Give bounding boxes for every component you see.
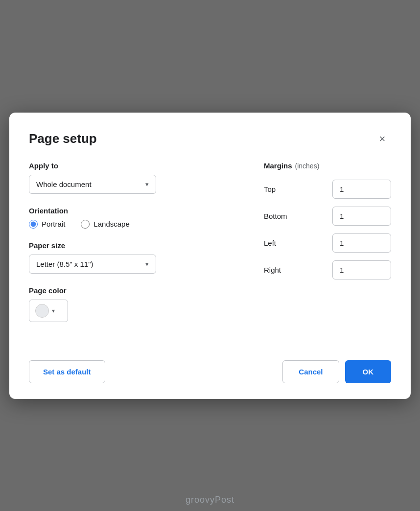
right-margin-label: Right xyxy=(264,266,293,274)
paper-size-dropdown[interactable]: Letter (8.5" x 11") ▾ xyxy=(29,255,156,274)
watermark: groovyPost xyxy=(186,495,234,505)
bottom-margin-row: Bottom xyxy=(264,207,391,226)
cancel-button[interactable]: Cancel xyxy=(282,360,339,383)
apply-to-label: Apply to xyxy=(29,162,240,170)
landscape-label: Landscape xyxy=(93,220,129,228)
page-color-label: Page color xyxy=(29,286,240,295)
top-margin-input[interactable] xyxy=(332,180,391,199)
dialog-footer: Set as default Cancel OK xyxy=(29,352,391,383)
right-column: Margins (inches) Top Bottom Left Right xyxy=(264,162,391,335)
set-as-default-button[interactable]: Set as default xyxy=(29,360,105,383)
apply-to-value: Whole document xyxy=(36,180,92,188)
orientation-row: Portrait Landscape xyxy=(29,220,240,229)
top-margin-row: Top xyxy=(264,180,391,199)
footer-left: Set as default xyxy=(29,360,282,383)
left-margin-label: Left xyxy=(264,239,293,247)
dialog-body: Apply to Whole document ▾ Orientation Po… xyxy=(29,162,391,335)
portrait-radio[interactable] xyxy=(29,220,38,229)
portrait-label: Portrait xyxy=(42,220,65,228)
close-button[interactable]: × xyxy=(373,130,391,148)
orientation-label: Orientation xyxy=(29,207,240,215)
paper-size-value: Letter (8.5" x 11") xyxy=(36,260,93,268)
bottom-margin-input[interactable] xyxy=(332,207,391,226)
apply-to-section: Apply to Whole document ▾ xyxy=(29,162,240,194)
orientation-section: Orientation Portrait Landscape xyxy=(29,207,240,229)
margins-unit: (inches) xyxy=(295,162,320,170)
portrait-option[interactable]: Portrait xyxy=(29,220,65,229)
dialog-title: Page setup xyxy=(29,131,97,146)
page-color-button[interactable]: ▾ xyxy=(29,300,68,322)
right-margin-input[interactable] xyxy=(332,260,391,279)
footer-right: Cancel OK xyxy=(282,360,391,383)
page-setup-dialog: Page setup × Apply to Whole document ▾ O… xyxy=(9,113,411,399)
top-margin-label: Top xyxy=(264,185,293,193)
landscape-radio[interactable] xyxy=(81,220,90,229)
left-margin-row: Left xyxy=(264,233,391,253)
paper-size-arrow: ▾ xyxy=(145,260,149,268)
apply-to-dropdown[interactable]: Whole document ▾ xyxy=(29,175,156,194)
color-circle xyxy=(35,304,49,318)
paper-size-section: Paper size Letter (8.5" x 11") ▾ xyxy=(29,241,240,274)
paper-size-label: Paper size xyxy=(29,241,240,250)
margins-header: Margins (inches) xyxy=(264,162,391,170)
right-margin-row: Right xyxy=(264,260,391,279)
margins-title: Margins xyxy=(264,162,292,170)
page-color-section: Page color ▾ xyxy=(29,286,240,322)
color-arrow: ▾ xyxy=(52,307,55,314)
left-column: Apply to Whole document ▾ Orientation Po… xyxy=(29,162,240,335)
landscape-option[interactable]: Landscape xyxy=(81,220,129,229)
apply-to-arrow: ▾ xyxy=(145,181,149,188)
ok-button[interactable]: OK xyxy=(345,360,392,383)
left-margin-input[interactable] xyxy=(332,233,391,253)
bottom-margin-label: Bottom xyxy=(264,212,293,220)
dialog-header: Page setup × xyxy=(29,130,391,148)
